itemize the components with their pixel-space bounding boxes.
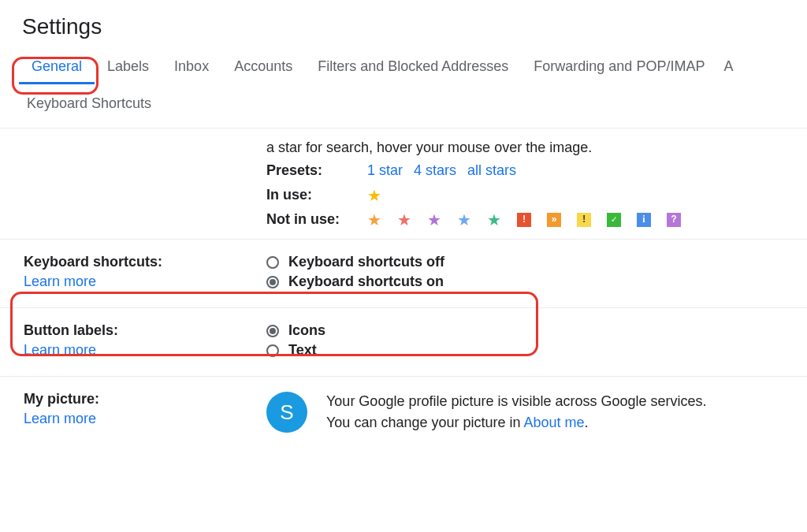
my-picture-title: My picture: — [24, 391, 99, 407]
preset-all-stars[interactable]: all stars — [467, 162, 516, 179]
tab-accounts[interactable]: Accounts — [221, 49, 305, 84]
radio-kbs-on-label: Keyboard shortcuts on — [288, 273, 444, 290]
radio-icons[interactable] — [266, 325, 279, 337]
button-labels-title: Button labels: — [24, 322, 118, 338]
radio-kbs-off[interactable] — [266, 256, 279, 269]
presets-label: Presets: — [266, 162, 367, 179]
my-picture-description: Your Google profile picture is visible a… — [326, 391, 707, 433]
radio-kbs-on[interactable] — [266, 276, 279, 288]
star-green-icon[interactable]: ★ — [487, 212, 501, 228]
my-picture-learn-more[interactable]: Learn more — [24, 411, 266, 427]
tab-filters[interactable]: Filters and Blocked Addresses — [305, 49, 521, 84]
avatar[interactable]: S — [266, 392, 307, 433]
radio-icons-label: Icons — [288, 322, 325, 339]
radio-text-label: Text — [288, 342, 317, 359]
star-purple-icon[interactable]: ★ — [427, 212, 441, 228]
tab-addons-truncated[interactable]: A — [717, 49, 733, 84]
tab-forwarding[interactable]: Forwarding and POP/IMAP — [521, 49, 717, 84]
bang-yellow-icon[interactable]: ! — [577, 213, 591, 227]
question-purple-icon[interactable]: ? — [667, 213, 681, 227]
radio-kbs-off-label: Keyboard shortcuts off — [288, 254, 444, 270]
my-picture-desc-line2a: You can change your picture in — [326, 415, 524, 430]
info-blue-icon[interactable]: i — [637, 213, 651, 227]
bang-red-icon[interactable]: ! — [517, 213, 531, 227]
my-picture-row: My picture: Learn more S Your Google pro… — [0, 377, 807, 448]
star-red-icon[interactable]: ★ — [397, 212, 411, 228]
star-blue-icon[interactable]: ★ — [457, 212, 471, 228]
in-use-label: In use: — [266, 187, 367, 203]
tab-keyboard-shortcuts[interactable]: Keyboard Shortcuts — [19, 87, 164, 120]
star-orange-icon[interactable]: ★ — [367, 212, 381, 228]
not-in-use-label: Not in use: — [266, 211, 367, 228]
about-me-link[interactable]: About me — [524, 415, 585, 430]
button-labels-learn-more[interactable]: Learn more — [24, 342, 266, 359]
keyboard-shortcuts-row: Keyboard shortcuts: Learn more Keyboard … — [0, 240, 807, 308]
star-yellow-icon[interactable]: ★ — [367, 188, 381, 203]
check-green-icon[interactable]: ✓ — [607, 213, 621, 227]
stars-section: a star for search, hover your mouse over… — [24, 128, 807, 228]
preset-4-stars[interactable]: 4 stars — [414, 162, 456, 179]
tab-inbox[interactable]: Inbox — [162, 49, 221, 84]
tab-bar: General Labels Inbox Accounts Filters an… — [0, 49, 807, 128]
tab-general[interactable]: General — [19, 49, 95, 84]
preset-1-star[interactable]: 1 star — [367, 162, 403, 179]
keyboard-shortcuts-learn-more[interactable]: Learn more — [24, 273, 266, 290]
radio-text[interactable] — [266, 344, 279, 357]
page-title: Settings — [0, 0, 807, 49]
chevron-orange-icon[interactable]: » — [547, 213, 561, 227]
my-picture-desc-line1: Your Google profile picture is visible a… — [326, 393, 707, 409]
button-labels-row: Button labels: Learn more Icons Text — [0, 308, 807, 377]
tab-labels[interactable]: Labels — [95, 49, 162, 84]
my-picture-desc-line2b: . — [585, 415, 589, 430]
keyboard-shortcuts-title: Keyboard shortcuts: — [24, 254, 162, 270]
stars-hint-text: a star for search, hover your mouse over… — [266, 140, 807, 156]
